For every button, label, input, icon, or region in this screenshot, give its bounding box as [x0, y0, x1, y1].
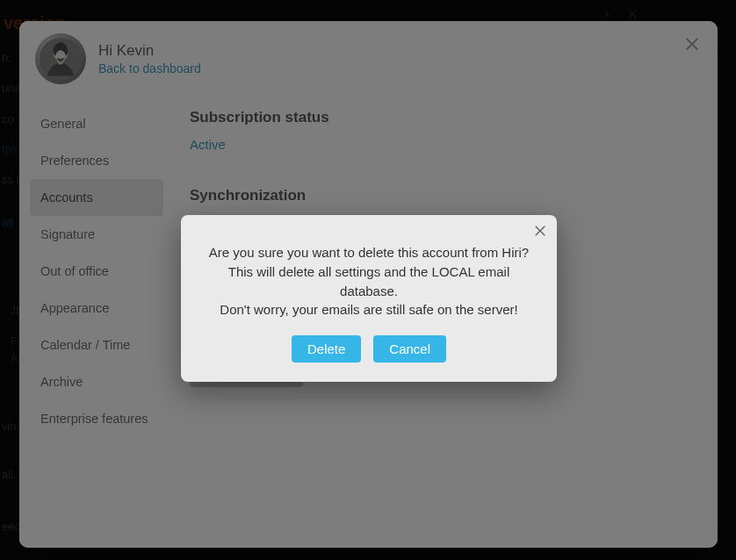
- confirm-cancel-button[interactable]: Cancel: [373, 335, 446, 363]
- confirm-line3: Don't worry, your emails are still safe …: [220, 302, 517, 317]
- confirm-dialog: Are you sure you want to delete this acc…: [181, 215, 557, 382]
- confirm-message: Are you sure you want to delete this acc…: [202, 243, 536, 319]
- confirm-line1: Are you sure you want to delete this acc…: [209, 245, 529, 260]
- confirm-line2: This will delete all settings and the LO…: [228, 264, 509, 298]
- confirm-delete-button[interactable]: Delete: [292, 335, 361, 363]
- confirm-close-button[interactable]: [532, 222, 548, 241]
- confirm-actions: Delete Cancel: [202, 335, 536, 363]
- close-icon: [532, 222, 548, 238]
